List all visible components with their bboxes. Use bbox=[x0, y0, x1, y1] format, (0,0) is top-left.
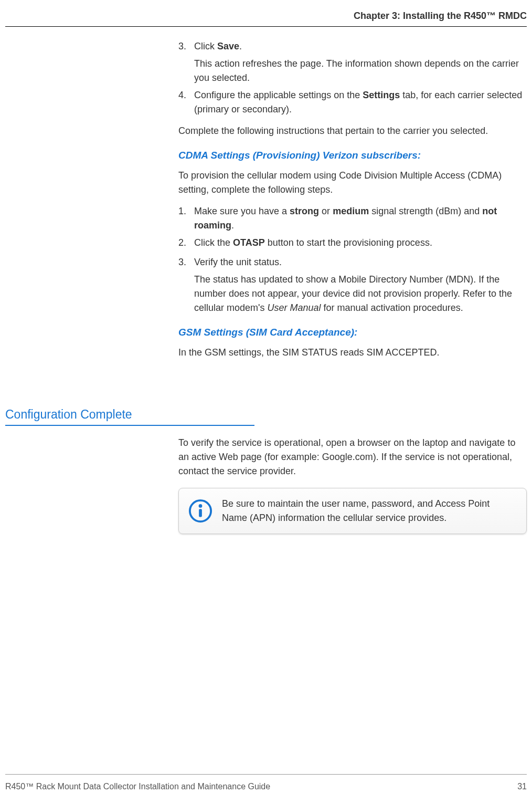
text: signal strength (dBm) and bbox=[369, 206, 482, 216]
otasp-label: OTASP bbox=[233, 237, 265, 248]
text: or bbox=[319, 206, 333, 216]
list-marker: 1. bbox=[178, 204, 194, 233]
cdma-step-1: 1. Make sure you have a strong or medium… bbox=[178, 204, 527, 233]
cdma-subheading: CDMA Settings (Provisioning) Verizon sub… bbox=[178, 150, 527, 161]
note-text: Be sure to maintain the user name, passw… bbox=[222, 497, 517, 525]
list-body: Click Save. This action refreshes the pa… bbox=[194, 39, 527, 85]
step-3-sub: The status has updated to show a Mobile … bbox=[194, 273, 527, 315]
svg-rect-2 bbox=[199, 509, 202, 517]
text: Verify the unit status. bbox=[194, 257, 282, 267]
paragraph: In the GSM settings, the SIM STATUS read… bbox=[178, 346, 527, 360]
footer-title: R450™ Rack Mount Data Collector Installa… bbox=[5, 782, 270, 791]
info-icon bbox=[188, 499, 212, 523]
text: Click bbox=[194, 41, 217, 51]
list-body: Verify the unit status. The status has u… bbox=[194, 255, 527, 315]
step-3-sub: This action refreshes the page. The info… bbox=[194, 57, 527, 85]
svg-point-1 bbox=[199, 504, 203, 508]
step-3: 3. Click Save. This action refreshes the… bbox=[178, 39, 527, 85]
list-body: Make sure you have a strong or medium si… bbox=[194, 204, 527, 233]
user-manual-label: User Manual bbox=[267, 302, 321, 313]
text: button to start the provisioning process… bbox=[265, 237, 432, 248]
cdma-step-3: 3. Verify the unit status. The status ha… bbox=[178, 255, 527, 315]
running-header: Chapter 3: Installing the R450™ RMDC bbox=[354, 11, 527, 22]
list-body: Configure the applicable settings on the… bbox=[194, 88, 527, 117]
list-marker: 2. bbox=[178, 236, 194, 250]
info-note: Be sure to maintain the user name, passw… bbox=[178, 488, 527, 534]
text: . bbox=[239, 41, 242, 51]
page-number: 31 bbox=[517, 782, 527, 791]
header-rule bbox=[5, 26, 527, 27]
list-marker: 4. bbox=[178, 88, 194, 117]
save-label: Save bbox=[217, 41, 239, 51]
paragraph: To provision the cellular modem using Co… bbox=[178, 169, 527, 197]
medium-label: medium bbox=[333, 206, 369, 216]
list-body: Click the OTASP button to start the prov… bbox=[194, 236, 527, 250]
text: . bbox=[231, 220, 234, 231]
footer-rule bbox=[5, 774, 527, 775]
text: Click the bbox=[194, 237, 233, 248]
list-marker: 3. bbox=[178, 39, 194, 85]
step-4: 4. Configure the applicable settings on … bbox=[178, 88, 527, 117]
settings-label: Settings bbox=[363, 90, 400, 100]
list-marker: 3. bbox=[178, 255, 194, 315]
text: for manual activation procedures. bbox=[321, 302, 463, 313]
paragraph: Complete the following instructions that… bbox=[178, 124, 527, 138]
gsm-subheading: GSM Settings (SIM Card Acceptance): bbox=[178, 327, 527, 338]
paragraph: To verify the service is operational, op… bbox=[178, 436, 527, 478]
text: Make sure you have a bbox=[194, 206, 290, 216]
main-content: 3. Click Save. This action refreshes the… bbox=[178, 39, 527, 367]
strong-label: strong bbox=[290, 206, 319, 216]
configuration-complete-heading: Configuration Complete bbox=[5, 408, 254, 426]
cdma-step-2: 2. Click the OTASP button to start the p… bbox=[178, 236, 527, 250]
section-body: To verify the service is operational, op… bbox=[178, 436, 527, 534]
text: Configure the applicable settings on the bbox=[194, 90, 363, 100]
